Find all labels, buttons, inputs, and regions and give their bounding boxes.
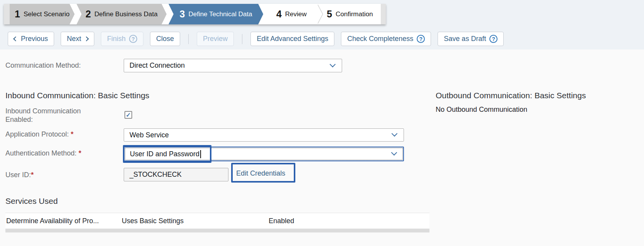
service-status-cell: Enabled xyxy=(269,213,294,229)
close-button-label: Close xyxy=(156,35,174,43)
step-label: Review xyxy=(285,10,307,18)
step-select-scenario[interactable]: 1 Select Scenario xyxy=(10,4,75,24)
preview-button: Preview xyxy=(197,32,234,46)
authentication-method-combobox[interactable]: User ID and Password xyxy=(124,147,404,161)
edit-credentials-button[interactable]: Edit Credentials xyxy=(236,169,285,178)
required-asterisk: * xyxy=(71,130,73,138)
wizard-toolbar: Previous Next Finish ? Close Preview Edi… xyxy=(8,32,504,46)
step-bar-right-cap xyxy=(381,4,386,24)
close-button[interactable]: Close xyxy=(150,32,180,46)
horizontal-scrollbar[interactable] xyxy=(5,229,429,232)
required-asterisk: * xyxy=(31,171,34,179)
previous-button[interactable]: Previous xyxy=(8,32,54,46)
service-name-cell: Determine Availability of Pro... xyxy=(6,213,99,229)
preview-button-label: Preview xyxy=(203,35,228,43)
chevron-down-icon xyxy=(391,150,397,156)
step-bar-left-cap xyxy=(4,4,10,24)
user-id-field: _STOCKCHECK xyxy=(124,168,228,181)
help-icon: ? xyxy=(489,35,497,43)
toolbar-divider xyxy=(242,34,242,44)
outbound-empty-text: No Outbound Communication xyxy=(436,106,527,114)
inbound-enabled-label: Inbound Communication Enabled: xyxy=(5,107,102,124)
step-label: Define Business Data xyxy=(94,10,157,18)
step-separator-chevron xyxy=(318,4,323,24)
step-number: 1 xyxy=(15,9,20,20)
save-as-draft-label: Save as Draft xyxy=(444,35,486,43)
user-id-label: User ID:* xyxy=(5,171,118,179)
application-protocol-label: Application Protocol:* xyxy=(5,130,118,138)
services-table: Determine Availability of Pro... Uses Ba… xyxy=(5,213,429,232)
step-number: 5 xyxy=(327,9,332,20)
service-settings-cell: Uses Basic Settings xyxy=(122,213,184,229)
step-number: 2 xyxy=(85,9,91,20)
step-label: Confirmation xyxy=(336,10,373,18)
step-label: Define Technical Data xyxy=(188,10,252,18)
step-number: 4 xyxy=(276,9,282,20)
chevron-down-icon xyxy=(330,61,336,67)
application-protocol-select[interactable]: Web Service xyxy=(124,128,404,142)
step-label: Select Scenario xyxy=(24,10,70,18)
inbound-enabled-checkbox[interactable]: ✓ xyxy=(124,111,132,119)
next-button[interactable]: Next xyxy=(61,32,94,46)
help-icon: ? xyxy=(129,35,137,43)
previous-button-label: Previous xyxy=(21,35,48,43)
finish-button: Finish ? xyxy=(101,32,143,46)
application-protocol-value: Web Service xyxy=(129,131,169,139)
edit-advanced-settings-label: Edit Advanced Settings xyxy=(257,35,328,43)
step-confirmation[interactable]: 5 Confirmation xyxy=(320,4,380,24)
check-completeness-button[interactable]: Check Completeness ? xyxy=(341,32,431,46)
required-asterisk: * xyxy=(78,149,81,157)
finish-button-label: Finish xyxy=(107,35,126,43)
next-button-label: Next xyxy=(67,35,81,43)
step-define-business-data[interactable]: 2 Define Business Data xyxy=(77,4,167,24)
user-id-value: _STOCKCHECK xyxy=(129,171,182,179)
step-review[interactable]: 4 Review xyxy=(265,4,318,24)
communication-arrangement-wizard: 1 Select Scenario 2 Define Business Data… xyxy=(0,0,644,246)
check-icon: ✓ xyxy=(126,111,131,119)
chevron-down-icon xyxy=(392,131,398,137)
edit-advanced-settings-button[interactable]: Edit Advanced Settings xyxy=(250,32,334,46)
services-used-heading: Services Used xyxy=(5,196,58,206)
authentication-method-value: User ID and Password xyxy=(130,150,199,158)
wizard-step-bar: 1 Select Scenario 2 Define Business Data… xyxy=(4,4,386,24)
chevron-left-icon xyxy=(13,36,18,41)
toolbar-divider xyxy=(188,34,189,44)
communication-method-label: Communication Method: xyxy=(5,61,118,70)
chevron-right-icon xyxy=(84,36,89,41)
inbound-section-heading: Inbound Communication: Basic Settings xyxy=(5,91,149,100)
communication-method-select[interactable]: Direct Connection xyxy=(124,59,342,72)
help-icon: ? xyxy=(417,35,425,43)
step-number: 3 xyxy=(180,9,185,20)
authentication-method-label: Authentication Method:* xyxy=(5,149,118,157)
outbound-section-heading: Outbound Communication: Basic Settings xyxy=(436,91,586,100)
text-caret xyxy=(200,150,201,158)
communication-method-value: Direct Connection xyxy=(129,62,185,70)
step-define-technical-data[interactable]: 3 Define Technical Data xyxy=(169,4,263,24)
check-completeness-label: Check Completeness xyxy=(347,35,413,43)
service-row[interactable]: Determine Availability of Pro... Uses Ba… xyxy=(5,213,429,229)
save-as-draft-button[interactable]: Save as Draft ? xyxy=(438,32,504,46)
